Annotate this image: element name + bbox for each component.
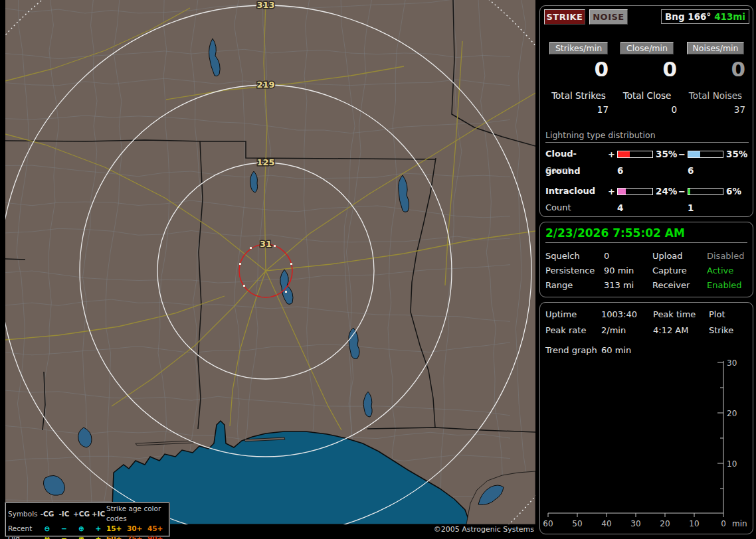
plus-sign: + [608,149,617,159]
total-strikes-label: Total Strikes [545,90,612,101]
age-code-75: 75+ [127,534,147,539]
status-panel: 2/23/2026 7:55:02 AM Squelch 0 Upload Di… [539,222,753,297]
range-ring-label: 219 [256,80,274,90]
copyright-text: ©2005 Astrogenic Systems [5,525,534,534]
receiver-label: Receiver [652,280,707,290]
ic-negative-pct: 6% [723,186,749,196]
total-strikes-value: 17 [545,104,612,115]
rate-counters: Strikes/min 0 Total Strikes 17 Close/min… [545,42,749,115]
strikes-per-min-button[interactable]: Strikes/min [549,42,608,54]
cg-negative-count: 6 [688,165,723,176]
x-tick-50: 50 [572,519,582,528]
bearing-value: Bng 166° [665,11,711,22]
squelch-value: 0 [604,251,652,261]
cloud-ground-label: Cloud-ground [545,145,608,163]
y-tick-10: 10 [727,459,737,469]
capture-label: Capture [652,266,707,275]
bearing-distance-display: Bng 166° 413mi [661,9,749,24]
trend-graph-label: Trend graph [545,345,601,355]
total-close-label: Total Close [614,90,680,101]
cg-negative-bar [688,151,723,158]
receiver-status: Enabled [707,280,747,290]
datetime-display: 2/23/2026 7:55:02 AM [545,226,747,243]
plot-value: Strike [709,325,747,335]
peak-rate-label: Peak rate [545,325,601,335]
minus-sign: − [678,149,688,159]
distribution-grid: Cloud-ground + 35% − 35% Count 6 6 Intra… [545,145,749,216]
trend-graph-row: Trend graph 60 min [545,345,747,355]
range-value: 313 mi [604,280,652,290]
ic-positive-pct: 24% [653,186,678,196]
persistence-value: 90 min [604,266,652,275]
ic-positive-count: 4 [617,202,653,213]
pos-cg-old-icon: ⊕ [72,534,90,539]
total-close-value: 0 [614,104,680,115]
noises-rate-value: 0 [682,56,749,82]
counters-panel: STRIKE NOISE Bng 166° 413mi Strikes/min … [539,5,753,217]
pos-ic-old-icon: + [90,534,106,539]
close-per-min-button[interactable]: Close/min [620,42,674,54]
upload-status: Disabled [707,251,747,261]
squelch-label: Squelch [545,251,604,261]
distribution-title: Lightning type distribution [545,130,749,143]
legend-row-old-label: Old [8,534,39,539]
legend-col-pos-cg: +CG [72,509,90,519]
noise-mode-button[interactable]: NOISE [589,9,628,25]
x-tick-10: 10 [689,519,699,528]
range-ring-label: 125 [256,157,274,167]
count-label: Count [545,163,608,179]
upload-label: Upload [652,251,707,261]
x-tick-30: 30 [630,519,640,528]
legend-col-neg-ic: -IC [56,509,72,519]
legend-col-neg-cg: -CG [39,509,56,519]
ic-positive-bar [617,188,653,195]
cg-negative-pct: 35% [723,149,749,159]
ic-negative-bar-fill [688,189,690,194]
cg-positive-count: 6 [617,165,653,176]
uptime-label: Uptime [545,309,601,319]
nexstorm-window: 313 219 125 31 Symbols -CG -IC +CG +IC S… [0,0,756,539]
neg-cg-old-icon: ⊖ [39,534,56,539]
noises-per-min-button[interactable]: Noises/min [687,42,745,54]
peak-time-label: Peak time [653,309,709,319]
count-label: Count [545,200,608,216]
legend-col-pos-ic: +IC [90,509,106,519]
cg-positive-pct: 35% [653,149,678,159]
ic-positive-bar-fill [618,189,626,194]
x-tick-40: 40 [601,519,611,528]
persistence-label: Persistence [545,266,604,275]
plot-label: Plot [709,309,747,319]
distance-value: 413mi [714,11,745,22]
noises-counter-column: Noises/min 0 Total Noises 37 [682,42,749,115]
mode-toggle: STRIKE NOISE [544,9,628,25]
age-code-60: 60+ [106,534,127,539]
range-ring-label: 31 [260,239,272,249]
peak-time-value: 4:12 AM [653,325,709,335]
x-tick-0: 0 [721,519,726,528]
trend-graph-chart: 30 20 10 60 50 40 30 20 10 0 min [540,359,753,532]
legend-age-header: Strike age color codes [106,504,168,524]
x-axis-unit: min [732,519,747,528]
trend-axes [548,361,723,513]
intracloud-label: Intracloud [545,183,608,200]
capture-status: Active [707,266,747,275]
cg-positive-bar-fill [618,151,630,157]
map-canvas[interactable]: 313 219 125 31 [5,0,535,524]
strikes-rate-value: 0 [545,56,612,82]
ic-negative-count: 1 [688,202,723,213]
strike-mode-button[interactable]: STRIKE [544,9,585,25]
y-tick-30: 30 [727,359,737,368]
age-code-90: 90+ [147,534,168,539]
plus-sign: + [608,187,617,196]
ic-negative-bar [688,188,723,195]
trend-graph-value: 60 min [601,345,747,355]
range-ring-label: 313 [256,0,274,10]
cg-negative-bar-fill [688,151,700,157]
minus-sign: − [678,187,688,196]
uptime-value: 1003:40 [601,309,653,319]
peak-rate-value: 2/min [601,325,653,335]
cg-positive-bar [617,151,653,158]
close-rate-value: 0 [614,56,680,82]
neg-ic-old-icon: − [56,534,72,539]
range-label: Range [545,280,604,290]
